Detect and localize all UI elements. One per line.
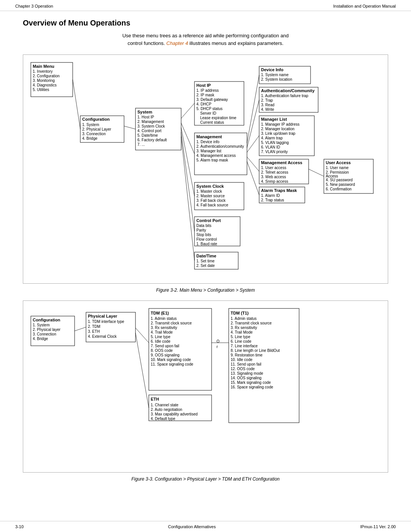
svg-text:5. New password: 5. New password	[326, 182, 355, 187]
svg-text:4. Bridge: 4. Bridge	[82, 136, 97, 141]
svg-text:2. Set date: 2. Set date	[196, 264, 215, 268]
figure2-caption: Figure 3-3. Configuration > Physical Lay…	[23, 476, 388, 482]
svg-text:10. Idle code: 10. Idle code	[231, 358, 253, 362]
svg-text:4.   Trail Mode: 4. Trail Mode	[151, 330, 173, 334]
intro-line1: Use these menu trees as a reference aid …	[122, 33, 288, 38]
svg-text:9.   OOS signaling: 9. OOS signaling	[151, 353, 180, 357]
svg-text:1.   Admin status: 1. Admin status	[231, 316, 256, 321]
svg-text:1. User access: 1. User access	[261, 166, 286, 170]
svg-text:Management: Management	[196, 134, 222, 139]
svg-text:2. Auto negotiation: 2. Auto negotiation	[151, 407, 182, 412]
svg-text:3. Monitoring: 3. Monitoring	[33, 78, 55, 83]
svg-text:5. VLAN tagging: 5. VLAN tagging	[261, 141, 289, 145]
svg-text:1. Master clock: 1. Master clock	[196, 189, 222, 193]
svg-text:1.   Admin status: 1. Admin status	[151, 316, 177, 321]
page-content: Overview of Menu Operations Use these me…	[0, 11, 411, 497]
svg-text:Current status: Current status	[200, 120, 224, 125]
svg-text:6. Factory default: 6. Factory default	[137, 138, 167, 142]
svg-text:Authentication/Community: Authentication/Community	[261, 88, 315, 93]
svg-line-99	[181, 137, 194, 260]
svg-text:2. Physical Layer: 2. Physical Layer	[82, 127, 112, 131]
svg-text:Physical Layer: Physical Layer	[88, 314, 118, 318]
svg-text:5. Alarm trap mask: 5. Alarm trap mask	[196, 158, 228, 162]
svg-text:15. Mark signaling code: 15. Mark signaling code	[231, 380, 271, 385]
svg-text:3. Read: 3. Read	[261, 103, 274, 107]
svg-line-103	[247, 157, 259, 171]
svg-text:TDM (E1): TDM (E1)	[151, 311, 169, 315]
svg-line-101	[247, 100, 259, 148]
svg-line-102	[247, 136, 259, 152]
svg-text:8.   OOS code: 8. OOS code	[151, 348, 173, 353]
figure2-svg: Configuration 1. System 2. Physical laye…	[27, 305, 392, 468]
svg-text:System: System	[137, 110, 152, 114]
svg-line-105	[309, 169, 324, 176]
header-right: Installation and Operation Manual	[333, 4, 396, 8]
svg-text:1. Alarm ID: 1. Alarm ID	[261, 193, 280, 198]
svg-text:5. Date/time: 5. Date/time	[137, 133, 158, 137]
svg-text:3. Fall back clock: 3. Fall back clock	[196, 198, 226, 203]
svg-text:4. Management access: 4. Management access	[196, 153, 236, 158]
svg-text:4. Snmp access: 4. Snmp access	[261, 179, 288, 184]
svg-line-93	[73, 80, 80, 129]
svg-text:1. Authentication failure trap: 1. Authentication failure trap	[261, 94, 308, 98]
svg-text:2.   Transmit clock source: 2. Transmit clock source	[151, 321, 192, 325]
svg-text:8.   Line length or Line BildO: 8. Line length or Line BildOut	[231, 348, 280, 353]
svg-text:1. System: 1. System	[82, 123, 99, 127]
svg-text:4. Diagnostics: 4. Diagnostics	[33, 83, 57, 87]
svg-text:5. Utilities: 5. Utilities	[33, 88, 49, 92]
footer-right: IPmux-11 Ver. 2.00	[360, 524, 396, 529]
svg-text:2. Master source: 2. Master source	[196, 194, 225, 198]
svg-line-158	[135, 328, 149, 343]
svg-text:1. Set time: 1. Set time	[196, 259, 215, 263]
svg-line-95	[181, 103, 194, 118]
svg-line-159	[135, 333, 149, 408]
svg-text:12. OOS code: 12. OOS code	[231, 367, 255, 371]
svg-line-157	[75, 327, 86, 331]
svg-text:ETH: ETH	[151, 397, 159, 401]
svg-text:3.   Rx sensitivity: 3. Rx sensitivity	[231, 326, 257, 330]
svg-text:1. IP address: 1. IP address	[196, 88, 219, 93]
svg-text:2. Manager location: 2. Manager location	[261, 127, 295, 131]
svg-text:Date/Time: Date/Time	[196, 254, 216, 258]
chapter4-link[interactable]: Chapter 4	[166, 40, 188, 46]
svg-text:2. Configuration: 2. Configuration	[33, 74, 60, 78]
svg-text:Configuration: Configuration	[82, 117, 110, 121]
svg-text:10. Mark signaling code: 10. Mark signaling code	[151, 358, 191, 362]
svg-text:4. Write: 4. Write	[261, 107, 274, 112]
svg-text:14. OOS signaling: 14. OOS signaling	[231, 376, 261, 380]
intro-text: Use these menu trees as a reference aid …	[23, 32, 388, 47]
figure1-svg: Main Menu 1. Inventory 2. Configuration …	[27, 59, 392, 280]
svg-text:6.   Idle code: 6. Idle code	[151, 339, 170, 343]
svg-text:Alarm Traps Mask: Alarm Traps Mask	[261, 188, 297, 193]
svg-text:2. System location: 2. System location	[261, 77, 292, 81]
svg-text:System Clock: System Clock	[196, 184, 224, 189]
svg-text:1. Manager IP address: 1. Manager IP address	[261, 122, 299, 126]
svg-text:Flow control: Flow control	[196, 237, 217, 241]
svg-text:4. Fall back source: 4. Fall back source	[196, 203, 228, 207]
svg-text:7.   Line interface: 7. Line interface	[231, 344, 258, 348]
svg-text:4. Bridge: 4. Bridge	[33, 337, 48, 341]
figure2-diagram: Configuration 1. System 2. Physical laye…	[23, 300, 388, 473]
svg-text:7. VLAN priority: 7. VLAN priority	[261, 150, 288, 154]
svg-text:16. Space signaling code: 16. Space signaling code	[231, 385, 273, 389]
svg-text:2. Authentication/community: 2. Authentication/community	[196, 144, 244, 149]
header-left: Chapter 3 Operation	[15, 4, 53, 8]
svg-text:7. ...: 7. ...	[137, 142, 145, 147]
svg-text:3. System Clock: 3. System Clock	[137, 124, 165, 128]
svg-text:1. Inventory: 1. Inventory	[33, 69, 53, 73]
footer-center: Configuration Alternatives	[168, 524, 216, 529]
svg-text:1. Channel state: 1. Channel state	[151, 403, 178, 407]
page-title: Overview of Menu Operations	[23, 19, 388, 27]
svg-text:1. Device info: 1. Device info	[196, 140, 220, 144]
svg-text:6. VLAN ID: 6. VLAN ID	[261, 145, 280, 149]
intro-line2: control functions.	[127, 40, 166, 46]
svg-text:4. SU password: 4. SU password	[326, 178, 353, 182]
svg-text:3. Connection: 3. Connection	[33, 332, 56, 336]
svg-text:1. TDM interface type: 1. TDM interface type	[88, 320, 124, 324]
svg-line-104	[247, 161, 259, 195]
svg-text:2. Trap: 2. Trap	[261, 98, 273, 102]
svg-text:Management Access: Management Access	[261, 160, 302, 165]
svg-text:7.   Send upon fail: 7. Send upon fail	[151, 344, 179, 348]
svg-text:2. Trap status: 2. Trap status	[261, 198, 284, 202]
svg-text:1. System name: 1. System name	[261, 73, 289, 77]
